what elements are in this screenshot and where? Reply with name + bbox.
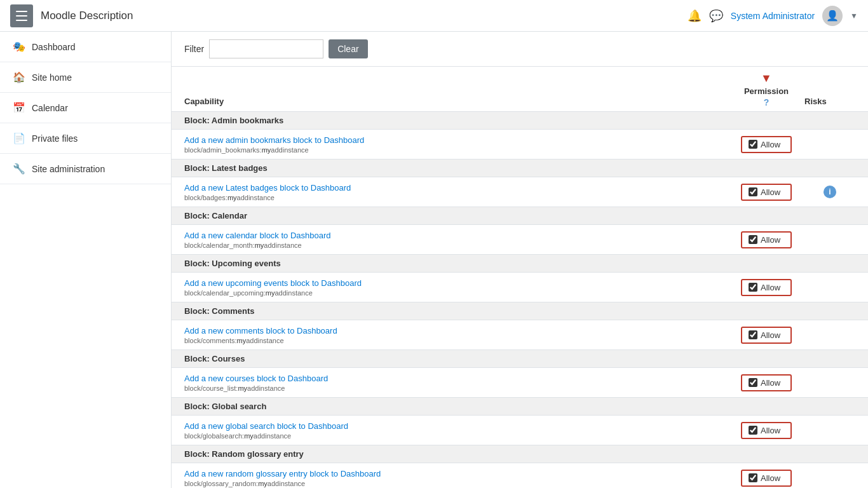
- clear-filter-button[interactable]: Clear: [329, 39, 367, 58]
- block-header-global-search: Block: Global search: [172, 398, 868, 416]
- allow-button[interactable]: Allow: [741, 184, 792, 201]
- allow-checkbox[interactable]: [749, 187, 757, 196]
- filter-input[interactable]: [209, 39, 323, 58]
- sidebar-item-label: Calendar: [32, 103, 68, 113]
- permission-cell: Allow: [728, 231, 804, 248]
- filter-label: Filter: [184, 44, 204, 54]
- risk-info-icon[interactable]: i: [824, 186, 836, 198]
- sidebar-item-label: Site administration: [32, 164, 105, 174]
- capability-column-header: Capability: [184, 97, 728, 107]
- permission-cell: Allow: [728, 374, 804, 391]
- allow-label: Allow: [761, 330, 780, 340]
- layout: 🎭 Dashboard 🏠 Site home 📅 Calendar 📄 Pri…: [0, 32, 868, 488]
- chat-icon[interactable]: 💬: [709, 9, 723, 23]
- topnav-right: 🔔 💬 System Administrator 👤 ▼: [688, 6, 858, 26]
- block-header-random-glossary: Block: Random glossary entry: [172, 445, 868, 463]
- allow-checkbox[interactable]: [749, 330, 757, 339]
- sidebar-item-site-administration[interactable]: 🔧 Site administration: [0, 154, 171, 184]
- capability-row: Add a new Latest badges block to Dashboa…: [172, 177, 868, 207]
- main-content: Filter Clear Capability ▼ Permission ? R…: [172, 32, 868, 488]
- wrench-icon: 🔧: [13, 163, 25, 175]
- sidebar-item-private-files[interactable]: 📄 Private files: [0, 123, 171, 154]
- bell-icon[interactable]: 🔔: [688, 9, 702, 23]
- capability-link[interactable]: Add a new comments block to Dashboard: [184, 326, 337, 336]
- capability-link[interactable]: Add a new calendar block to Dashboard: [184, 231, 331, 240]
- table-header: Capability ▼ Permission ? Risks: [172, 67, 868, 112]
- allow-label: Allow: [761, 426, 780, 435]
- blocks-container: Block: Admin bookmarksAdd a new admin bo…: [172, 112, 868, 488]
- dashboard-icon: 🎭: [13, 41, 25, 53]
- capability-info: Add a new courses block to Dashboardbloc…: [184, 373, 728, 392]
- risk-cell: i: [804, 186, 855, 198]
- sidebar-item-calendar[interactable]: 📅 Calendar: [0, 93, 171, 123]
- hamburger-button[interactable]: [10, 4, 33, 27]
- capability-info: Add a new upcoming events block to Dashb…: [184, 278, 728, 297]
- capability-code: block/admin_bookmarks:myaddinstance: [184, 146, 728, 154]
- allow-label: Allow: [761, 283, 780, 292]
- allow-button[interactable]: Allow: [741, 422, 792, 439]
- allow-checkbox[interactable]: [749, 283, 757, 292]
- calendar-icon: 📅: [13, 102, 25, 114]
- permission-column-header: ▼ Permission ?: [728, 72, 804, 107]
- capability-info: Add a new global search block to Dashboa…: [184, 421, 728, 440]
- permission-cell: Allow: [728, 422, 804, 439]
- allow-checkbox[interactable]: [749, 378, 757, 387]
- allow-label: Allow: [761, 473, 780, 483]
- file-icon: 📄: [13, 132, 25, 144]
- allow-button[interactable]: Allow: [741, 374, 792, 391]
- capability-info: Add a new random glossary entry block to…: [184, 468, 728, 487]
- block-header-upcoming-events: Block: Upcoming events: [172, 255, 868, 273]
- capability-info: Add a new admin bookmarks block to Dashb…: [184, 135, 728, 154]
- capability-row: Add a new admin bookmarks block to Dashb…: [172, 130, 868, 159]
- block-header-admin-bookmarks: Block: Admin bookmarks: [172, 112, 868, 130]
- sidebar-item-dashboard[interactable]: 🎭 Dashboard: [0, 32, 171, 62]
- capability-info: Add a new Latest badges block to Dashboa…: [184, 182, 728, 201]
- permission-cell: Allow: [728, 184, 804, 201]
- allow-checkbox[interactable]: [749, 140, 757, 149]
- allow-label: Allow: [761, 187, 780, 197]
- capability-link[interactable]: Add a new upcoming events block to Dashb…: [184, 278, 362, 288]
- sort-arrow-icon: ▼: [761, 72, 772, 85]
- capability-row: Add a new random glossary entry block to…: [172, 463, 868, 488]
- allow-label: Allow: [761, 235, 780, 245]
- avatar[interactable]: 👤: [822, 6, 843, 26]
- risks-column-header: Risks: [804, 97, 855, 107]
- block-header-latest-badges: Block: Latest badges: [172, 159, 868, 177]
- capability-link[interactable]: Add a new random glossary entry block to…: [184, 469, 381, 478]
- allow-button[interactable]: Allow: [741, 470, 792, 487]
- block-header-courses: Block: Courses: [172, 350, 868, 368]
- allow-checkbox[interactable]: [749, 426, 757, 435]
- capability-info: Add a new calendar block to Dashboardblo…: [184, 230, 728, 249]
- block-header-comments: Block: Comments: [172, 302, 868, 320]
- permission-cell: Allow: [728, 327, 804, 344]
- capability-code: block/glossary_random:myaddinstance: [184, 480, 728, 487]
- capability-link[interactable]: Add a new courses block to Dashboard: [184, 374, 328, 383]
- capability-row: Add a new global search block to Dashboa…: [172, 416, 868, 445]
- capability-link[interactable]: Add a new Latest badges block to Dashboa…: [184, 183, 351, 193]
- capability-row: Add a new calendar block to Dashboardblo…: [172, 225, 868, 255]
- sidebar-item-label: Private files: [32, 133, 78, 144]
- capability-row: Add a new upcoming events block to Dashb…: [172, 273, 868, 302]
- username-link[interactable]: System Administrator: [731, 11, 815, 21]
- sidebar-item-label: Dashboard: [32, 42, 76, 52]
- user-menu-caret[interactable]: ▼: [850, 11, 858, 20]
- allow-checkbox[interactable]: [749, 235, 757, 244]
- capability-row: Add a new comments block to Dashboardblo…: [172, 320, 868, 350]
- capability-code: block/comments:myaddinstance: [184, 337, 728, 344]
- sidebar-item-site-home[interactable]: 🏠 Site home: [0, 62, 171, 93]
- allow-button[interactable]: Allow: [741, 231, 792, 248]
- permission-cell: Allow: [728, 470, 804, 487]
- capability-code: block/calendar_upcoming:myaddinstance: [184, 289, 728, 297]
- allow-button[interactable]: Allow: [741, 136, 792, 153]
- capability-code: block/course_list:myaddinstance: [184, 384, 728, 392]
- capability-code: block/globalsearch:myaddinstance: [184, 432, 728, 440]
- capability-code: block/badges:myaddinstance: [184, 194, 728, 201]
- allow-button[interactable]: Allow: [741, 279, 792, 296]
- capability-link[interactable]: Add a new global search block to Dashboa…: [184, 421, 348, 431]
- topnav: Moodle Description 🔔 💬 System Administra…: [0, 0, 868, 32]
- capability-link[interactable]: Add a new admin bookmarks block to Dashb…: [184, 135, 364, 145]
- home-icon: 🏠: [13, 71, 25, 83]
- allow-checkbox[interactable]: [749, 473, 757, 482]
- allow-button[interactable]: Allow: [741, 327, 792, 344]
- permission-help-icon[interactable]: ?: [764, 97, 770, 107]
